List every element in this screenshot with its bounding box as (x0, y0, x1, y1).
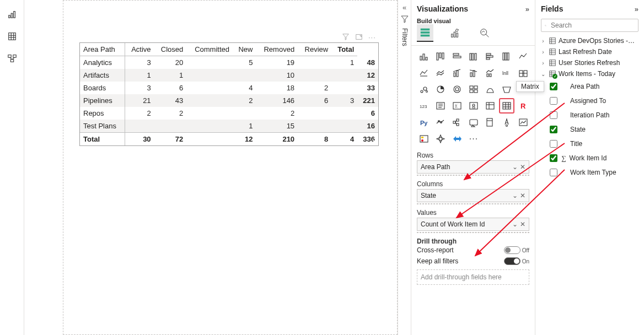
chevron-down-icon[interactable]: ⌄ (512, 192, 518, 199)
col-header[interactable]: Active (125, 43, 154, 56)
values-well[interactable]: Count of Work Item Id⌄✕ (417, 218, 529, 231)
row-header[interactable]: Area Path (80, 43, 125, 56)
fields-column[interactable]: Area Path (539, 79, 641, 94)
viz-icon-13[interactable] (516, 66, 530, 80)
viz-icon-35[interactable] (417, 132, 431, 146)
viz-icon-25[interactable] (483, 99, 497, 113)
fields-column[interactable]: Assigned To (539, 94, 641, 108)
matrix-visual[interactable]: ··· Area PathActiveClosedCommittedNewRem… (79, 42, 379, 146)
viz-icon-23[interactable]: Σ (450, 99, 464, 113)
resize-handle[interactable] (373, 42, 379, 48)
viz-icon-8[interactable] (433, 66, 448, 80)
chevron-down-icon[interactable]: ⌄ (512, 163, 518, 171)
report-canvas[interactable]: ··· Area PathActiveClosedCommittedNewRem… (24, 0, 398, 335)
col-header[interactable]: New (233, 43, 256, 56)
fields-column[interactable]: Iteration Path (539, 108, 641, 122)
viz-icon-1[interactable] (433, 49, 448, 63)
col-header[interactable]: Total (331, 43, 357, 56)
viz-icon-21[interactable]: 123 (417, 99, 431, 113)
more-options-icon[interactable]: ··· (368, 33, 376, 41)
fields-column[interactable]: State (539, 122, 641, 137)
report-view-button[interactable] (2, 4, 22, 24)
focus-mode-icon[interactable] (355, 33, 363, 41)
viz-icon-29[interactable] (433, 115, 448, 129)
field-checkbox[interactable] (550, 169, 557, 176)
filter-pane-icon[interactable] (400, 15, 409, 24)
search-input[interactable] (550, 21, 635, 30)
viz-icon-17[interactable] (466, 82, 481, 96)
viz-icon-19[interactable] (500, 82, 514, 96)
table-row[interactable]: Analytics320519148 (80, 56, 378, 69)
rows-well[interactable]: Area Path⌄✕ (417, 160, 529, 174)
resize-handle[interactable] (373, 141, 379, 146)
fields-table[interactable]: ›Last Refresh Date (539, 46, 641, 57)
remove-icon[interactable]: ✕ (520, 192, 525, 199)
viz-icon-18[interactable] (483, 82, 497, 96)
table-row[interactable]: Artifacts111012 (80, 69, 378, 82)
viz-icon-0[interactable] (417, 49, 431, 63)
viz-icon-30[interactable] (450, 115, 464, 129)
field-checkbox[interactable] (550, 83, 557, 90)
field-checkbox[interactable] (550, 154, 557, 162)
viz-icon-10[interactable] (466, 66, 481, 80)
col-header[interactable]: Review (298, 43, 331, 56)
model-view-button[interactable] (2, 48, 22, 68)
field-checkbox[interactable] (550, 111, 557, 119)
viz-icon-11[interactable] (483, 66, 497, 80)
drillthrough-well[interactable]: Add drill-through fields here (417, 269, 529, 285)
field-checkbox[interactable] (550, 140, 557, 148)
fields-search[interactable] (541, 19, 638, 32)
viz-icon-12[interactable]: lnll (500, 66, 514, 80)
filter-icon[interactable] (342, 33, 350, 41)
col-header[interactable]: Committed (186, 43, 233, 56)
viz-icon-32[interactable] (483, 115, 497, 129)
fields-column[interactable]: Title (539, 137, 641, 151)
viz-icon-37[interactable] (450, 132, 464, 146)
fields-table[interactable]: ›User Stories Refresh (539, 57, 641, 68)
col-header[interactable]: Closed (154, 43, 187, 56)
fields-collapse-icon[interactable]: » (635, 5, 638, 13)
filters-expand-icon[interactable]: « (402, 3, 406, 12)
chevron-down-icon[interactable]: ⌄ (512, 220, 518, 228)
tab-build-visual[interactable] (417, 24, 433, 42)
viz-icon-34[interactable] (516, 115, 530, 129)
viz-icon-4[interactable] (483, 49, 497, 63)
viz-icon-6[interactable] (516, 49, 530, 63)
viz-collapse-icon[interactable]: » (525, 5, 529, 13)
viz-icon-5[interactable] (500, 49, 514, 63)
viz-icon-16[interactable] (450, 82, 464, 96)
fields-table[interactable]: ›Azure DevOps Stories -… (539, 35, 641, 46)
table-row[interactable]: Repos2226 (80, 107, 378, 120)
viz-icon-2[interactable] (450, 49, 464, 63)
data-view-button[interactable] (2, 26, 22, 46)
keep-filters-toggle[interactable] (504, 257, 520, 265)
col-header[interactable]: Removed (256, 43, 298, 56)
resize-handle[interactable] (79, 141, 85, 146)
table-row[interactable]: Pipelines2143214663221 (80, 94, 378, 107)
fields-column[interactable]: ∑Work Item Id (539, 151, 641, 165)
viz-icon-28[interactable]: Py (417, 115, 431, 129)
viz-icon-31[interactable] (466, 115, 481, 129)
field-checkbox[interactable] (550, 97, 557, 105)
remove-icon[interactable]: ✕ (520, 163, 525, 171)
table-row[interactable]: Test Plans11516 (80, 120, 378, 133)
viz-icon-24[interactable]: kpi (466, 99, 481, 113)
fields-table[interactable]: ⌄✓Work Items - Today (539, 68, 641, 79)
cross-report-toggle[interactable] (504, 246, 520, 254)
viz-icon-26[interactable] (500, 99, 514, 113)
viz-icon-36[interactable] (433, 132, 448, 146)
filters-label[interactable]: Filters (401, 28, 409, 46)
total-row[interactable]: Total30721221084336 (80, 133, 378, 146)
viz-icon-27[interactable]: R (516, 99, 530, 113)
columns-well[interactable]: State⌄✕ (417, 189, 529, 202)
viz-icon-15[interactable] (433, 82, 448, 96)
viz-icon-7[interactable] (417, 66, 431, 80)
fields-column[interactable]: Work Item Type (539, 165, 641, 180)
table-row[interactable]: Boards36418233 (80, 82, 378, 94)
field-checkbox[interactable] (550, 126, 557, 133)
viz-icon-more[interactable]: ··· (466, 132, 481, 146)
remove-icon[interactable]: ✕ (520, 220, 525, 228)
tab-format-visual[interactable] (447, 25, 463, 41)
viz-icon-14[interactable] (417, 82, 431, 96)
tab-analytics[interactable] (476, 25, 493, 41)
